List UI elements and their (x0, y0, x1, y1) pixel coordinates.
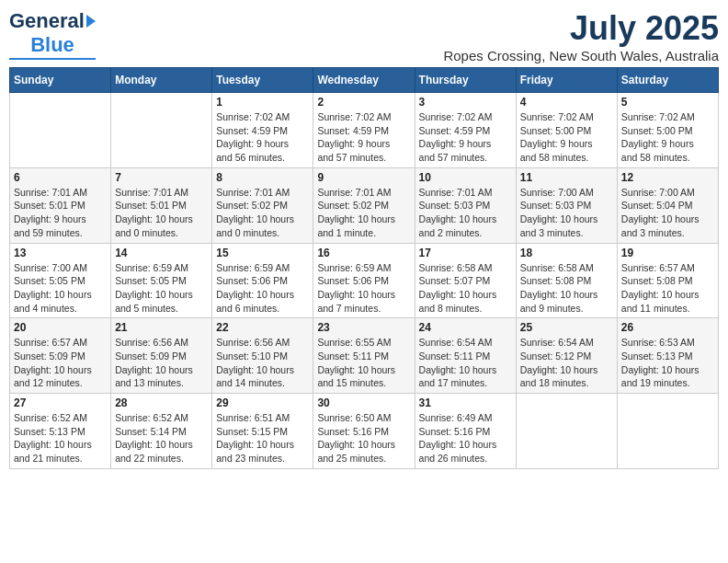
day-info: Sunrise: 6:59 AM Sunset: 5:06 PM Dayligh… (216, 261, 309, 316)
calendar-week-row: 27Sunrise: 6:52 AM Sunset: 5:13 PM Dayli… (10, 394, 719, 469)
calendar-cell: 9Sunrise: 7:01 AM Sunset: 5:02 PM Daylig… (313, 167, 415, 243)
calendar-cell: 28Sunrise: 6:52 AM Sunset: 5:14 PM Dayli… (111, 394, 212, 469)
calendar-header-row: Sunday Monday Tuesday Wednesday Thursday… (10, 68, 719, 93)
calendar-cell: 7Sunrise: 7:01 AM Sunset: 5:01 PM Daylig… (111, 167, 212, 243)
calendar-cell: 24Sunrise: 6:54 AM Sunset: 5:11 PM Dayli… (415, 318, 516, 394)
calendar-cell: 12Sunrise: 7:00 AM Sunset: 5:04 PM Dayli… (617, 167, 718, 243)
day-info: Sunrise: 6:54 AM Sunset: 5:11 PM Dayligh… (419, 336, 512, 390)
col-tuesday: Tuesday (212, 68, 313, 93)
day-info: Sunrise: 6:59 AM Sunset: 5:05 PM Dayligh… (115, 261, 208, 316)
calendar-cell: 3Sunrise: 7:02 AM Sunset: 4:59 PM Daylig… (415, 93, 516, 168)
day-number: 19 (621, 247, 714, 259)
day-info: Sunrise: 7:02 AM Sunset: 4:59 PM Dayligh… (419, 110, 512, 165)
calendar-cell (516, 394, 617, 469)
col-friday: Friday (516, 68, 617, 93)
day-number: 16 (317, 247, 410, 259)
day-info: Sunrise: 6:56 AM Sunset: 5:10 PM Dayligh… (216, 336, 309, 390)
day-number: 12 (621, 171, 714, 184)
day-number: 20 (14, 321, 107, 334)
title-area: July 2025 Ropes Crossing, New South Wale… (443, 9, 719, 63)
day-info: Sunrise: 6:54 AM Sunset: 5:12 PM Dayligh… (520, 336, 613, 390)
calendar-cell (10, 93, 111, 168)
logo-blue: Blue (30, 33, 74, 57)
calendar-cell: 31Sunrise: 6:49 AM Sunset: 5:16 PM Dayli… (415, 394, 516, 469)
calendar-cell: 16Sunrise: 6:59 AM Sunset: 5:06 PM Dayli… (313, 243, 415, 318)
day-number: 29 (216, 396, 309, 409)
day-info: Sunrise: 6:57 AM Sunset: 5:08 PM Dayligh… (621, 261, 714, 316)
calendar-cell: 21Sunrise: 6:56 AM Sunset: 5:09 PM Dayli… (111, 318, 212, 394)
calendar-cell (111, 93, 212, 168)
calendar-cell: 20Sunrise: 6:57 AM Sunset: 5:09 PM Dayli… (10, 318, 111, 394)
day-info: Sunrise: 6:58 AM Sunset: 5:07 PM Dayligh… (419, 261, 512, 316)
calendar-cell: 11Sunrise: 7:00 AM Sunset: 5:03 PM Dayli… (516, 167, 617, 243)
calendar-week-row: 13Sunrise: 7:00 AM Sunset: 5:05 PM Dayli… (10, 243, 719, 318)
day-number: 9 (317, 171, 410, 184)
calendar-cell: 30Sunrise: 6:50 AM Sunset: 5:16 PM Dayli… (313, 394, 415, 469)
calendar-cell: 27Sunrise: 6:52 AM Sunset: 5:13 PM Dayli… (10, 394, 111, 469)
calendar-cell: 2Sunrise: 7:02 AM Sunset: 4:59 PM Daylig… (313, 93, 415, 168)
day-info: Sunrise: 7:00 AM Sunset: 5:03 PM Dayligh… (520, 186, 613, 240)
day-number: 27 (14, 396, 107, 409)
calendar-week-row: 1Sunrise: 7:02 AM Sunset: 4:59 PM Daylig… (10, 93, 719, 168)
logo-arrow-icon (86, 15, 96, 28)
day-number: 21 (115, 321, 208, 334)
calendar-week-row: 6Sunrise: 7:01 AM Sunset: 5:01 PM Daylig… (10, 167, 719, 243)
calendar-cell: 14Sunrise: 6:59 AM Sunset: 5:05 PM Dayli… (111, 243, 212, 318)
day-info: Sunrise: 7:02 AM Sunset: 5:00 PM Dayligh… (520, 110, 613, 165)
day-number: 1 (216, 96, 309, 109)
day-number: 18 (520, 247, 613, 259)
day-info: Sunrise: 7:00 AM Sunset: 5:04 PM Dayligh… (621, 186, 714, 240)
logo-underline (9, 58, 96, 60)
day-number: 2 (317, 96, 410, 109)
calendar-cell: 22Sunrise: 6:56 AM Sunset: 5:10 PM Dayli… (212, 318, 313, 394)
calendar-cell: 6Sunrise: 7:01 AM Sunset: 5:01 PM Daylig… (10, 167, 111, 243)
day-number: 8 (216, 171, 309, 184)
day-number: 31 (419, 396, 512, 409)
day-info: Sunrise: 6:50 AM Sunset: 5:16 PM Dayligh… (317, 411, 410, 465)
day-info: Sunrise: 7:02 AM Sunset: 4:59 PM Dayligh… (216, 110, 309, 165)
calendar-cell: 1Sunrise: 7:02 AM Sunset: 4:59 PM Daylig… (212, 93, 313, 168)
day-info: Sunrise: 7:00 AM Sunset: 5:05 PM Dayligh… (14, 261, 107, 316)
day-number: 14 (115, 247, 208, 259)
day-number: 26 (621, 321, 714, 334)
day-number: 5 (621, 96, 714, 109)
calendar-cell: 17Sunrise: 6:58 AM Sunset: 5:07 PM Dayli… (415, 243, 516, 318)
logo-general: General (9, 9, 85, 33)
calendar-cell: 15Sunrise: 6:59 AM Sunset: 5:06 PM Dayli… (212, 243, 313, 318)
col-thursday: Thursday (415, 68, 516, 93)
day-info: Sunrise: 7:01 AM Sunset: 5:02 PM Dayligh… (317, 186, 410, 240)
day-number: 24 (419, 321, 512, 334)
day-number: 11 (520, 171, 613, 184)
day-info: Sunrise: 6:58 AM Sunset: 5:08 PM Dayligh… (520, 261, 613, 316)
col-monday: Monday (111, 68, 212, 93)
calendar-cell (617, 394, 718, 469)
day-number: 13 (14, 247, 107, 259)
calendar-cell: 5Sunrise: 7:02 AM Sunset: 5:00 PM Daylig… (617, 93, 718, 168)
calendar-cell: 19Sunrise: 6:57 AM Sunset: 5:08 PM Dayli… (617, 243, 718, 318)
day-info: Sunrise: 6:53 AM Sunset: 5:13 PM Dayligh… (621, 336, 714, 390)
day-number: 6 (14, 171, 107, 184)
day-info: Sunrise: 6:52 AM Sunset: 5:13 PM Dayligh… (14, 411, 107, 465)
day-info: Sunrise: 6:51 AM Sunset: 5:15 PM Dayligh… (216, 411, 309, 465)
day-info: Sunrise: 6:49 AM Sunset: 5:16 PM Dayligh… (419, 411, 512, 465)
day-number: 3 (419, 96, 512, 109)
month-title: July 2025 (443, 9, 719, 48)
col-wednesday: Wednesday (313, 68, 415, 93)
calendar-cell: 23Sunrise: 6:55 AM Sunset: 5:11 PM Dayli… (313, 318, 415, 394)
col-sunday: Sunday (10, 68, 111, 93)
calendar-cell: 4Sunrise: 7:02 AM Sunset: 5:00 PM Daylig… (516, 93, 617, 168)
day-info: Sunrise: 7:02 AM Sunset: 4:59 PM Dayligh… (317, 110, 410, 165)
day-number: 22 (216, 321, 309, 334)
calendar-cell: 26Sunrise: 6:53 AM Sunset: 5:13 PM Dayli… (617, 318, 718, 394)
day-info: Sunrise: 7:01 AM Sunset: 5:01 PM Dayligh… (14, 186, 107, 240)
day-number: 23 (317, 321, 410, 334)
day-info: Sunrise: 6:55 AM Sunset: 5:11 PM Dayligh… (317, 336, 410, 390)
calendar-cell: 13Sunrise: 7:00 AM Sunset: 5:05 PM Dayli… (10, 243, 111, 318)
day-number: 17 (419, 247, 512, 259)
day-number: 25 (520, 321, 613, 334)
calendar-table: Sunday Monday Tuesday Wednesday Thursday… (9, 67, 719, 469)
calendar-cell: 25Sunrise: 6:54 AM Sunset: 5:12 PM Dayli… (516, 318, 617, 394)
day-info: Sunrise: 7:01 AM Sunset: 5:02 PM Dayligh… (216, 186, 309, 240)
day-number: 30 (317, 396, 410, 409)
day-number: 10 (419, 171, 512, 184)
